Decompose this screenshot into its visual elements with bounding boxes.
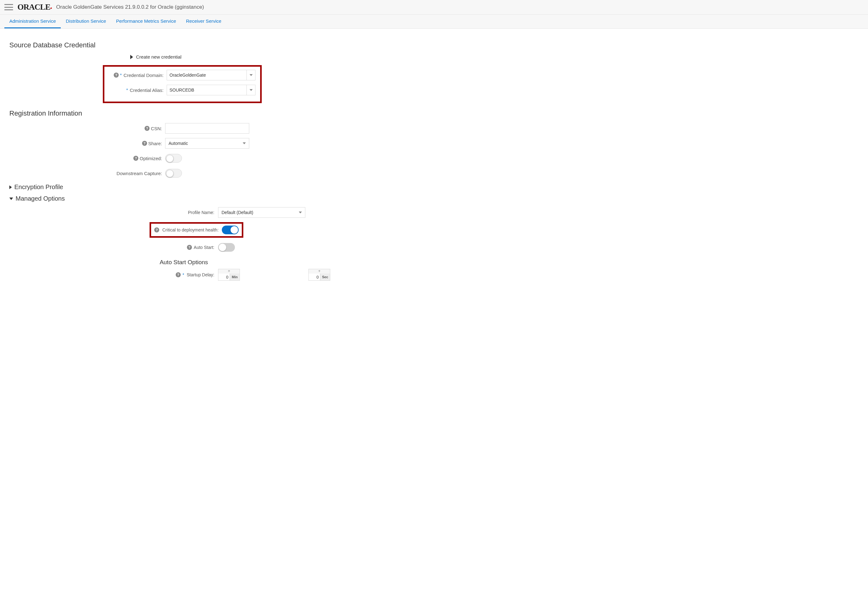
profile-name-value: Default (Default) <box>221 210 253 215</box>
help-icon[interactable]: ? <box>187 245 192 250</box>
encryption-profile-title: Encryption Profile <box>14 183 63 191</box>
row-credential-domain: ? * Credential Domain: OracleGoldenGate <box>108 69 257 81</box>
row-share: ? Share: Automatic <box>9 137 302 149</box>
tab-receiver-service[interactable]: Receiver Service <box>181 15 226 28</box>
share-value: Automatic <box>168 141 188 146</box>
chevron-down-icon <box>299 211 302 213</box>
help-icon[interactable]: ? <box>114 72 119 78</box>
help-icon[interactable]: ? <box>154 228 159 232</box>
required-star-icon: * <box>183 272 184 277</box>
row-profile-name: Profile Name: Default (Default) <box>9 207 302 219</box>
service-tabs: Administration Service Distribution Serv… <box>0 15 868 29</box>
tab-performance-metrics-service[interactable]: Performance Metrics Service <box>111 15 181 28</box>
auto-start-options-heading: Auto Start Options <box>65 259 302 266</box>
row-credential-alias: * Credential Alias: SOURCEDB <box>108 84 257 96</box>
startup-delay-min-unit: Min <box>230 273 239 281</box>
credential-alias-label: Credential Alias: <box>130 87 164 93</box>
page-title: Oracle GoldenGate Services 21.9.0.0.2 fo… <box>56 4 204 10</box>
startup-delay-sec-stepper[interactable]: + 0 Sec <box>309 269 330 281</box>
startup-delay-min-stepper[interactable]: + 0 Min <box>218 269 240 281</box>
downstream-capture-label: Downstream Capture: <box>117 171 162 176</box>
share-select[interactable]: Automatic <box>165 138 249 149</box>
section-managed-options-toggle[interactable]: Managed Options <box>9 195 302 202</box>
expanded-triangle-icon <box>9 198 13 200</box>
required-star-icon: * <box>120 72 121 78</box>
tab-administration-service[interactable]: Administration Service <box>4 15 61 28</box>
auto-start-toggle[interactable] <box>218 243 235 252</box>
required-star-icon: * <box>126 87 128 93</box>
critical-health-highlight-box: ? Critical to deployment health: <box>149 222 243 238</box>
credential-alias-value: SOURCEDB <box>167 85 247 95</box>
share-label: Share: <box>148 141 162 146</box>
create-new-credential-label: Create new credential <box>136 54 182 59</box>
critical-health-label: Critical to deployment health: <box>162 228 219 232</box>
play-icon <box>130 55 133 59</box>
row-critical-health: ? Critical to deployment health: <box>9 222 302 238</box>
auto-start-label: Auto Start: <box>194 245 214 250</box>
app-header: ORACLE ● Oracle GoldenGate Services 21.9… <box>0 0 868 15</box>
downstream-capture-toggle[interactable] <box>165 169 182 177</box>
credential-domain-label: Credential Domain: <box>124 72 164 78</box>
chevron-down-icon <box>243 142 246 144</box>
credential-domain-combobox[interactable]: OracleGoldenGate <box>167 70 255 80</box>
create-new-credential-link[interactable]: Create new credential <box>9 54 302 59</box>
oracle-logo: ORACLE ● <box>18 3 52 12</box>
help-icon[interactable]: ? <box>142 141 147 146</box>
help-icon[interactable]: ? <box>176 272 181 277</box>
section-registration-information: Registration Information <box>9 109 302 117</box>
row-optimized: ? Optimized: <box>9 152 302 164</box>
chevron-down-icon[interactable] <box>247 85 255 95</box>
startup-delay-min-value: 0 <box>218 273 230 281</box>
credential-domain-value: OracleGoldenGate <box>167 70 247 80</box>
profile-name-label: Profile Name: <box>188 210 214 215</box>
csn-label: CSN: <box>151 126 162 131</box>
optimized-label: Optimized: <box>140 156 162 161</box>
stepper-plus-icon[interactable]: + <box>309 269 330 273</box>
csn-input[interactable] <box>165 123 249 134</box>
credential-alias-combobox[interactable]: SOURCEDB <box>167 85 255 95</box>
main-content: Source Database Credential Create new cr… <box>0 29 311 291</box>
tab-distribution-service[interactable]: Distribution Service <box>61 15 111 28</box>
managed-options-title: Managed Options <box>16 195 65 202</box>
critical-health-toggle[interactable] <box>222 226 239 234</box>
stepper-plus-icon[interactable]: + <box>218 269 239 273</box>
row-downstream-capture: Downstream Capture: <box>9 167 302 179</box>
row-auto-start: ? Auto Start: <box>9 241 302 253</box>
help-icon[interactable]: ? <box>145 126 149 131</box>
collapsed-triangle-icon <box>9 185 12 189</box>
hamburger-menu-icon[interactable] <box>4 4 13 10</box>
row-startup-delay: ? * Startup Delay: + 0 Min + 0 Sec <box>9 269 302 281</box>
section-encryption-profile-toggle[interactable]: Encryption Profile <box>9 183 302 191</box>
credential-highlight-box: ? * Credential Domain: OracleGoldenGate … <box>103 65 262 103</box>
help-icon[interactable]: ? <box>133 156 138 161</box>
startup-delay-sec-unit: Sec <box>320 273 330 281</box>
startup-delay-label: Startup Delay: <box>187 272 214 277</box>
optimized-toggle[interactable] <box>165 154 182 163</box>
row-csn: ? CSN: <box>9 123 302 134</box>
section-source-database-credential: Source Database Credential <box>9 41 302 49</box>
chevron-down-icon[interactable] <box>247 70 255 80</box>
profile-name-select[interactable]: Default (Default) <box>218 207 305 218</box>
startup-delay-sec-value: 0 <box>309 273 320 281</box>
